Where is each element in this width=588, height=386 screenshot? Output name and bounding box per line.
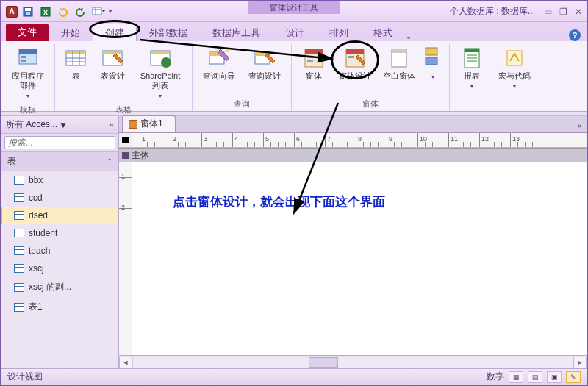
table-design-button[interactable]: 表设计 [95, 44, 130, 83]
qat-customize-icon[interactable]: ▾ [109, 8, 112, 15]
ruler-corner[interactable] [119, 133, 132, 148]
section-header-body[interactable]: 主体 [119, 148, 587, 162]
close-icon[interactable]: ✕ [575, 7, 582, 17]
nav-item-label: dsed [29, 210, 48, 221]
minimize-icon[interactable]: ▭ [544, 7, 552, 17]
group-templates-label: 模板 [7, 103, 49, 117]
macro-icon [503, 46, 526, 70]
blank-form-icon [387, 46, 411, 70]
document-tab[interactable]: 窗体1 [122, 115, 176, 132]
blank-form-label: 空白窗体 [383, 71, 415, 81]
tab-database-tools[interactable]: 数据库工具 [200, 24, 273, 41]
horizontal-ruler: 12345678910111213 [132, 133, 587, 148]
main-area: 所有 Acces... ▼ « 🔍 表 ⌃ bbxccddsedstudentt… [1, 116, 587, 368]
tab-create[interactable]: 创建 [93, 24, 137, 41]
macro-button[interactable]: 宏与代码▾ [492, 44, 537, 93]
tab-format[interactable]: 格式 [361, 24, 405, 41]
svg-rect-29 [305, 49, 323, 54]
query-wizard-button[interactable]: 查询向导 [198, 44, 240, 83]
restore-icon[interactable]: ❐ [559, 7, 567, 17]
vruler-tick-label: 2 [121, 204, 125, 211]
form-design-label: 窗体设计 [339, 71, 371, 81]
annotation-text: 点击窗体设计，就会出现下面这个界面 [173, 193, 385, 210]
save-icon[interactable] [21, 4, 35, 19]
form-design-icon [343, 46, 367, 70]
quick-access-toolbar: X ▾ [21, 4, 112, 19]
nav-header[interactable]: 所有 Acces... ▼ « [1, 116, 118, 134]
ruler-tick-label: 4 [234, 135, 238, 143]
view-form-icon[interactable]: ▦ [509, 371, 523, 383]
tab-arrange[interactable]: 排列 [317, 24, 361, 41]
sharepoint-button[interactable]: SharePoint 列表▾ [135, 44, 186, 103]
svg-rect-21 [151, 51, 170, 54]
collapse-nav-icon[interactable]: « [110, 121, 114, 129]
scroll-thumb[interactable] [309, 357, 338, 368]
form-button[interactable]: 窗体 [298, 44, 330, 83]
table-button[interactable]: 表 [61, 44, 90, 83]
nav-header-label: 所有 Acces... [6, 118, 57, 131]
design-surface[interactable]: 12345678910111213 主体 12 点击窗体设计，就会出现下面这个界… [119, 132, 587, 355]
window-title: 个人数据库 : 数据库... [450, 5, 538, 18]
nav-item-label: ccd [29, 193, 43, 203]
document-tabs: 窗体1 × [119, 116, 587, 132]
nav-item[interactable]: 表1 [1, 297, 118, 317]
group-templates: 应用程序部件▾ 模板 [1, 44, 55, 111]
collapse-ribbon-icon[interactable]: ⌄ [405, 31, 412, 41]
sharepoint-icon [148, 46, 172, 70]
nav-item[interactable]: xscj 的副... [1, 277, 118, 297]
table-object-icon [14, 193, 24, 202]
table-object-icon [14, 246, 24, 255]
close-tab-icon[interactable]: × [577, 121, 582, 132]
help-icon[interactable]: ? [569, 29, 581, 41]
blank-form-button[interactable]: 空白窗体 [380, 44, 418, 83]
nav-item-label: bbx [29, 175, 43, 185]
app-parts-button[interactable]: 应用程序部件▾ [7, 44, 49, 103]
view-design-icon[interactable]: ✎ [566, 371, 581, 383]
scroll-right-icon[interactable]: ► [573, 357, 587, 368]
table-dropdown-icon[interactable] [91, 4, 106, 19]
nav-item[interactable]: ccd [1, 189, 118, 207]
file-tab[interactable]: 文件 [6, 24, 49, 41]
group-reports-label [456, 99, 537, 111]
svg-point-25 [226, 49, 229, 52]
tab-home[interactable]: 开始 [49, 24, 93, 41]
nav-item[interactable]: bbx [1, 171, 118, 189]
view-datasheet-icon[interactable]: ▤ [528, 371, 542, 383]
form-design-button[interactable]: 窗体设计 [334, 44, 376, 83]
query-design-button[interactable]: 查询设计 [244, 44, 285, 83]
excel-icon[interactable]: X [38, 4, 53, 19]
scroll-track[interactable] [132, 357, 573, 368]
query-wizard-icon [207, 46, 231, 70]
nav-item[interactable]: xscj [1, 260, 118, 277]
scroll-left-icon[interactable]: ◄ [119, 357, 132, 368]
horizontal-scrollbar[interactable]: ◄ ► [119, 355, 587, 368]
nav-item-label: xscj [29, 263, 44, 274]
collapse-group-icon[interactable]: ⌃ [107, 157, 112, 165]
tab-design[interactable]: 设计 [273, 24, 317, 41]
table-object-icon [14, 211, 24, 220]
ruler-tick-label: 6 [296, 135, 300, 143]
nav-item[interactable]: student [1, 224, 118, 242]
tab-external-data[interactable]: 外部数据 [137, 24, 200, 41]
form-canvas[interactable]: 点击窗体设计，就会出现下面这个界面 [132, 162, 587, 355]
section-selector-icon[interactable] [122, 152, 129, 159]
view-layout-icon[interactable]: ▣ [547, 371, 562, 383]
ruler-tick-label: 5 [265, 135, 269, 143]
select-all-box[interactable] [122, 137, 129, 143]
nav-item[interactable]: dsed [1, 207, 118, 224]
nav-item[interactable]: teach [1, 242, 118, 260]
status-bar: 设计视图 数字 ▦ ▤ ▣ ✎ [1, 368, 587, 385]
table-object-icon [14, 303, 24, 312]
svg-rect-30 [307, 56, 313, 58]
report-button[interactable]: 报表▾ [456, 44, 488, 93]
undo-icon[interactable] [56, 4, 71, 19]
nav-item-label: 表1 [29, 301, 43, 313]
ruler-tick-label: 3 [204, 135, 207, 143]
table-object-icon [14, 229, 24, 237]
ribbon-body: 应用程序部件▾ 模板 表 表设计 SharePoin [1, 41, 587, 112]
redo-icon[interactable] [74, 4, 88, 19]
query-design-icon [253, 46, 276, 70]
nav-group-tables[interactable]: 表 ⌃ [1, 152, 118, 171]
search-input[interactable] [8, 137, 119, 148]
more-forms-button[interactable]: ▾ [423, 44, 443, 84]
